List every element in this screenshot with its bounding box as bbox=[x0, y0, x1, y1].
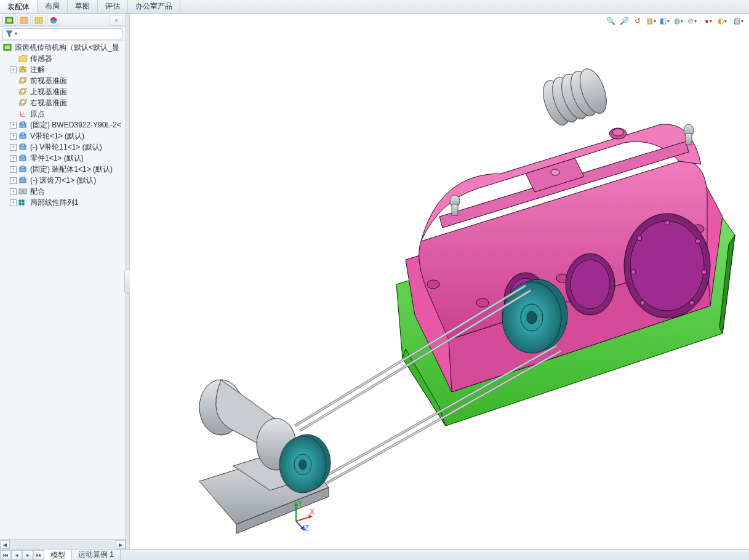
hide-show-icon[interactable]: ⊘ bbox=[686, 15, 697, 26]
scroll-track[interactable] bbox=[10, 540, 116, 549]
part-icon bbox=[18, 143, 28, 151]
svg-text:Y: Y bbox=[298, 500, 303, 508]
tree-item[interactable]: 传感器 bbox=[0, 53, 126, 64]
expand-icon[interactable]: + bbox=[10, 166, 17, 173]
tab-office[interactable]: 办公室产品 bbox=[128, 0, 180, 13]
svg-point-46 bbox=[665, 220, 670, 225]
svg-rect-18 bbox=[21, 144, 25, 146]
tree-item[interactable]: 前视基准面 bbox=[0, 75, 126, 86]
sensor-folder-icon bbox=[18, 54, 28, 63]
svg-point-50 bbox=[640, 300, 645, 305]
tab-assembly[interactable]: 装配体 bbox=[0, 0, 38, 13]
scene-icon[interactable]: ◐ bbox=[716, 15, 727, 26]
nav-prev-icon[interactable]: ◂ bbox=[11, 550, 22, 560]
svg-point-52 bbox=[637, 236, 642, 241]
expand-icon[interactable]: + bbox=[10, 66, 17, 73]
tree-item[interactable]: + (-) 滚齿刀<1> (默认) bbox=[0, 175, 126, 186]
svg-point-60 bbox=[527, 311, 537, 324]
tree-item[interactable]: + (固定) BWED3922-Y90L-2< bbox=[0, 119, 126, 130]
expand-icon[interactable]: + bbox=[10, 155, 17, 162]
svg-rect-2 bbox=[20, 17, 28, 23]
svg-text:X: X bbox=[310, 508, 314, 516]
expand-icon[interactable]: + bbox=[10, 188, 17, 195]
svg-text:Z: Z bbox=[305, 524, 309, 530]
svg-text:A: A bbox=[20, 66, 25, 73]
command-tab-bar: 装配体 布局 草图 评估 办公室产品 bbox=[0, 0, 749, 14]
panel-tabs: » bbox=[0, 14, 126, 27]
orientation-triad[interactable]: Y X Z bbox=[284, 500, 314, 530]
svg-rect-29 bbox=[22, 200, 24, 202]
svg-point-51 bbox=[631, 270, 636, 274]
svg-point-45 bbox=[630, 221, 704, 311]
expand-icon[interactable]: + bbox=[10, 122, 17, 129]
svg-rect-30 bbox=[19, 203, 21, 205]
bottom-tab-motion[interactable]: 运动算例 1 bbox=[72, 550, 121, 561]
tree-item[interactable]: + (固定) 装配体1<1> (默认) bbox=[0, 164, 126, 175]
view-orient-icon[interactable]: ◧ bbox=[659, 15, 670, 26]
view-toolbar: 🔍 🔎 ↺ ▦ ◧ ◍ ⊘ ● ◐ ▨ bbox=[603, 15, 747, 27]
appearance-tab-icon[interactable] bbox=[47, 15, 60, 26]
config-tab-icon[interactable] bbox=[32, 15, 46, 26]
tree-item[interactable]: + (-) V带轮11<1> (默认) bbox=[0, 142, 126, 153]
plane-icon bbox=[18, 76, 28, 85]
svg-line-82 bbox=[296, 517, 310, 521]
section-icon[interactable]: ▦ bbox=[646, 15, 657, 26]
nav-next-icon[interactable]: ▸ bbox=[22, 550, 33, 560]
filter-input[interactable]: ▾ bbox=[2, 28, 123, 39]
settings-icon[interactable]: ▨ bbox=[733, 15, 744, 26]
tab-sketch[interactable]: 草图 bbox=[68, 0, 98, 13]
tree-item[interactable]: + 零件1<1> (默认) bbox=[0, 153, 126, 164]
tree-item[interactable]: 右视基准面 bbox=[0, 97, 126, 108]
toolbar-separator bbox=[730, 17, 731, 25]
zoom-fit-icon[interactable]: 🔍 bbox=[605, 15, 616, 26]
feature-tree[interactable]: 滚齿机传动机构（默认<默认_显 传感器 + A 注解 前视基准面 上视基准面 bbox=[0, 41, 126, 539]
bottom-nav: ⏮ ◂ ▸ ⏭ bbox=[0, 550, 44, 560]
svg-line-12 bbox=[20, 113, 24, 116]
nav-first-icon[interactable]: ⏮ bbox=[0, 550, 11, 560]
scroll-left-icon[interactable]: ◂ bbox=[0, 540, 10, 549]
tab-evaluate[interactable]: 评估 bbox=[98, 0, 128, 13]
tree-item[interactable]: 上视基准面 bbox=[0, 86, 126, 97]
display-style-icon[interactable]: ◍ bbox=[673, 15, 684, 26]
prev-view-icon[interactable]: ↺ bbox=[632, 15, 643, 26]
zoom-area-icon[interactable]: 🔎 bbox=[619, 15, 630, 26]
appearance-icon[interactable]: ● bbox=[703, 15, 714, 26]
tree-item[interactable]: 原点 bbox=[0, 108, 126, 119]
svg-point-39 bbox=[427, 280, 439, 289]
part-icon bbox=[18, 176, 28, 185]
part-icon bbox=[18, 154, 28, 162]
feature-manager-panel: » ▾ 滚齿机传动机构（默认<默认_显 传感器 + A 注解 bbox=[0, 14, 126, 549]
svg-rect-28 bbox=[19, 200, 21, 202]
tree-item[interactable]: + 配合 bbox=[0, 186, 126, 197]
svg-rect-4 bbox=[39, 17, 42, 23]
bottom-tab-model[interactable]: 模型 bbox=[44, 550, 72, 561]
plane-icon bbox=[18, 87, 28, 96]
annotation-icon: A bbox=[18, 65, 28, 74]
graphics-viewport[interactable]: 🔍 🔎 ↺ ▦ ◧ ◍ ⊘ ● ◐ ▨ bbox=[130, 14, 749, 549]
tree-root[interactable]: 滚齿机传动机构（默认<默认_显 bbox=[0, 42, 126, 53]
svg-rect-36 bbox=[686, 134, 692, 145]
plane-icon bbox=[18, 98, 28, 107]
tab-layout[interactable]: 布局 bbox=[38, 0, 68, 13]
property-tab-icon[interactable] bbox=[17, 15, 31, 26]
expand-icon[interactable]: + bbox=[10, 177, 17, 184]
tree-item[interactable]: + 局部线性阵列1 bbox=[0, 197, 126, 208]
svg-point-38 bbox=[612, 129, 623, 136]
svg-point-40 bbox=[476, 298, 489, 307]
expand-icon[interactable]: + bbox=[10, 199, 17, 206]
svg-rect-1 bbox=[7, 18, 12, 22]
expand-icon[interactable]: + bbox=[10, 144, 17, 151]
scroll-right-icon[interactable]: ▸ bbox=[116, 540, 126, 549]
expand-icon[interactable]: + bbox=[10, 133, 17, 140]
svg-rect-26 bbox=[23, 189, 26, 194]
tree-item[interactable]: + A 注解 bbox=[0, 64, 126, 75]
feature-tree-tab-icon[interactable] bbox=[2, 15, 16, 26]
filter-icon bbox=[6, 30, 13, 38]
panel-expand-icon[interactable]: » bbox=[110, 15, 123, 26]
nav-last-icon[interactable]: ⏭ bbox=[33, 550, 44, 560]
svg-rect-20 bbox=[21, 155, 25, 158]
sidebar-hscroll[interactable]: ◂ ▸ bbox=[0, 539, 126, 549]
toolbar-separator bbox=[700, 17, 700, 25]
tree-item[interactable]: + V带轮<1> (默认) bbox=[0, 130, 126, 142]
svg-point-47 bbox=[695, 239, 700, 244]
